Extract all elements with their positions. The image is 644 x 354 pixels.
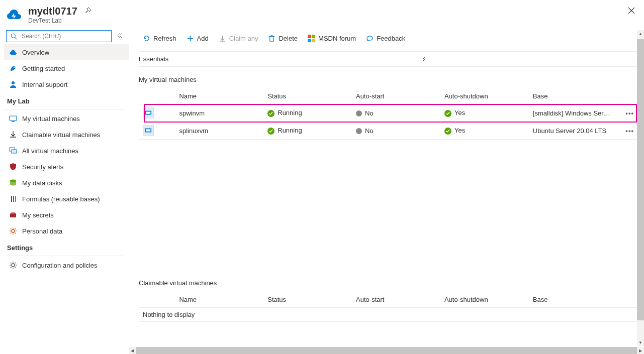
add-button[interactable]: Add xyxy=(182,31,213,45)
msdn-forum-button[interactable]: MSDN forum xyxy=(304,31,360,45)
feedback-label: Feedback xyxy=(377,35,405,42)
sidebar-item-label: Overview xyxy=(22,49,49,56)
cloud-icon xyxy=(9,48,17,56)
microsoft-icon xyxy=(308,35,315,42)
table-row[interactable]: splinuxvmRunningNoYesUbuntu Server 20.04… xyxy=(139,122,638,140)
collapse-sidebar-icon[interactable] xyxy=(115,33,125,40)
search-input[interactable] xyxy=(21,32,108,40)
refresh-label: Refresh xyxy=(153,35,176,42)
sidebar-item-internal-support[interactable]: Internal support xyxy=(4,76,129,92)
search-input-wrap[interactable] xyxy=(6,30,112,42)
page-subtitle: DevTest Lab xyxy=(28,17,91,24)
svg-point-15 xyxy=(12,264,15,267)
svg-rect-10 xyxy=(13,196,14,202)
sidebar-item-my-secrets[interactable]: My secrets xyxy=(4,207,129,223)
vm-status: Running xyxy=(263,122,352,140)
disk-icon xyxy=(9,179,17,187)
rocket-icon xyxy=(9,64,17,72)
sidebar: Overview Getting started Internal suppor… xyxy=(0,28,129,352)
toolbar: Refresh Add Claim any Delete MSDN forum xyxy=(139,28,638,52)
col-base[interactable]: Base xyxy=(529,88,617,104)
svg-rect-7 xyxy=(12,150,17,153)
feedback-button[interactable]: Feedback xyxy=(362,31,409,45)
col-auto-shutdown[interactable]: Auto-shutdown xyxy=(440,88,529,104)
col-auto-start[interactable]: Auto-start xyxy=(352,88,440,104)
more-actions-icon[interactable]: ••• xyxy=(625,127,634,135)
sidebar-item-my-vms[interactable]: My virtual machines xyxy=(4,110,129,127)
sidebar-item-label: Internal support xyxy=(22,81,67,88)
sidebar-item-label: Personal data xyxy=(22,227,62,235)
sidebar-item-formulas[interactable]: Formulas (reusable bases) xyxy=(4,191,129,207)
col-base[interactable]: Base xyxy=(529,292,617,308)
empty-text: Nothing to display xyxy=(139,308,638,322)
vm-base: Ubuntu Server 20.04 LTS xyxy=(529,122,617,140)
vm-icon xyxy=(143,125,154,136)
sidebar-section-mylab: My Lab xyxy=(4,92,129,108)
svg-rect-9 xyxy=(11,196,12,202)
claim-any-label: Claim any xyxy=(229,35,258,42)
col-status[interactable]: Status xyxy=(263,88,352,104)
more-actions-icon[interactable]: ••• xyxy=(625,109,634,117)
horizontal-scrollbar[interactable]: ◀ ▶ xyxy=(0,347,644,354)
claim-any-button: Claim any xyxy=(215,31,262,45)
pin-icon[interactable] xyxy=(84,7,91,16)
claimable-section-title: Claimable virtual machines xyxy=(139,270,638,292)
sidebar-item-label: My secrets xyxy=(22,211,54,219)
close-icon[interactable] xyxy=(628,7,635,16)
delete-label: Delete xyxy=(279,35,298,42)
svg-point-0 xyxy=(11,34,15,38)
sidebar-item-my-data-disks[interactable]: My data disks xyxy=(4,175,129,191)
sidebar-item-all-vms[interactable]: All virtual machines xyxy=(4,143,129,159)
sidebar-item-label: All virtual machines xyxy=(22,147,78,155)
svg-point-14 xyxy=(12,229,15,232)
flask-icon xyxy=(9,195,17,203)
essentials-toggle[interactable]: Essentials xyxy=(139,52,638,67)
download-icon xyxy=(9,131,17,139)
delete-button[interactable]: Delete xyxy=(264,31,302,45)
vm-auto-shutdown: Yes xyxy=(440,122,529,140)
sidebar-item-getting-started[interactable]: Getting started xyxy=(4,60,129,76)
col-name[interactable]: Name xyxy=(175,88,263,104)
briefcase-icon xyxy=(9,211,17,219)
empty-row: Nothing to display xyxy=(139,308,638,322)
sidebar-item-security-alerts[interactable]: Security alerts xyxy=(4,159,129,175)
table-row[interactable]: spwinvmRunningNoYes[smalldisk] Windows S… xyxy=(139,104,638,122)
refresh-button[interactable]: Refresh xyxy=(139,31,180,45)
sidebar-section-settings: Settings xyxy=(4,239,129,255)
svg-rect-13 xyxy=(12,212,15,214)
svg-line-1 xyxy=(15,37,17,39)
vm-icon xyxy=(143,107,154,119)
col-name[interactable]: Name xyxy=(175,292,263,308)
svg-rect-4 xyxy=(10,116,17,121)
vm-icon xyxy=(9,114,17,123)
vm-base: [smalldisk] Windows Serve… xyxy=(529,104,617,122)
vm-auto-shutdown: Yes xyxy=(440,104,529,122)
vm-status: Running xyxy=(263,104,352,122)
sidebar-item-label: Claimable virtual machines xyxy=(22,131,100,139)
col-auto-start[interactable]: Auto-start xyxy=(352,292,440,308)
svg-rect-11 xyxy=(15,196,16,202)
devtest-lab-icon xyxy=(5,5,23,23)
gear-icon xyxy=(9,227,17,235)
sidebar-item-claimable-vms[interactable]: Claimable virtual machines xyxy=(4,127,129,143)
col-status[interactable]: Status xyxy=(263,292,352,308)
sidebar-item-label: Configuration and policies xyxy=(22,262,98,269)
vm-auto-start: No xyxy=(352,122,440,140)
shield-icon xyxy=(9,163,17,171)
page-title: mydtl0717 xyxy=(28,5,77,17)
my-vms-table: Name Status Auto-start Auto-shutdown Bas… xyxy=(139,88,638,140)
svg-rect-16 xyxy=(270,36,274,41)
svg-rect-18 xyxy=(146,111,151,113)
sidebar-item-config-policies[interactable]: Configuration and policies xyxy=(4,257,129,273)
svg-point-3 xyxy=(12,81,15,84)
essentials-label: Essentials xyxy=(139,55,168,63)
vm-name: splinuxvm xyxy=(175,122,263,140)
sidebar-item-label: Formulas (reusable bases) xyxy=(22,195,100,203)
sidebar-item-personal-data[interactable]: Personal data xyxy=(4,223,129,239)
vertical-scrollbar[interactable]: ▲ ▼ xyxy=(637,30,644,346)
col-auto-shutdown[interactable]: Auto-shutdown xyxy=(440,292,529,308)
vm-auto-start: No xyxy=(352,104,440,122)
claimable-vms-table: Name Status Auto-start Auto-shutdown Bas… xyxy=(139,292,638,322)
sidebar-item-overview[interactable]: Overview xyxy=(4,44,129,60)
gear-icon xyxy=(9,261,17,269)
